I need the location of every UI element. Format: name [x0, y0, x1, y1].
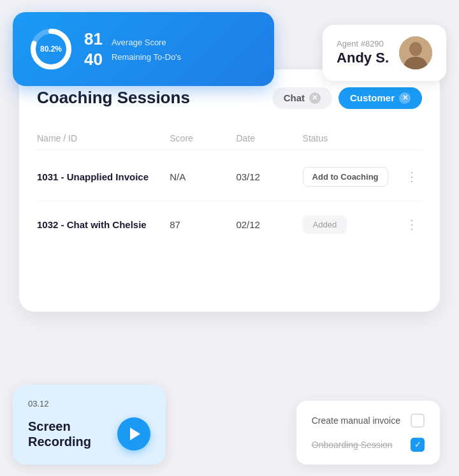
checkbox-label-1: Create manual invoice [312, 415, 400, 426]
score-number: 81 [84, 31, 103, 47]
todo-number: 40 [84, 51, 103, 68]
table-row: 1032 - Chat with Chelsie 87 02/12 Added … [37, 201, 422, 248]
todo-label: Remaining To-Do's [112, 53, 181, 61]
customer-filter-label: Customer [350, 92, 395, 103]
checkbox-label-2: Onboarding Session [312, 440, 393, 450]
screen-recording-card: 03.12 Screen Recording [13, 385, 166, 465]
row1-more-menu[interactable]: ⋮ [402, 169, 422, 184]
col-score: Score [170, 133, 236, 143]
donut-chart: 80.2% [28, 26, 74, 72]
card-header: Coaching Sessions Chat ✕ Customer ✕ [37, 87, 422, 109]
svg-point-3 [409, 42, 422, 56]
customer-filter-remove[interactable]: ✕ [399, 92, 411, 104]
recording-title: Screen Recording [28, 419, 91, 449]
screen-content: Screen Recording [28, 417, 150, 451]
play-icon [130, 428, 140, 440]
chat-filter-remove[interactable]: ✕ [309, 92, 321, 104]
chat-filter-tag[interactable]: Chat ✕ [272, 87, 332, 109]
col-name: Name / ID [37, 133, 170, 143]
filter-tags: Chat ✕ Customer ✕ [272, 87, 422, 109]
checkbox-row-2: Onboarding Session ✓ [312, 438, 425, 452]
row2-date: 02/12 [236, 219, 302, 230]
agent-id: Agent #8290 [337, 39, 389, 48]
customer-filter-tag[interactable]: Customer ✕ [339, 87, 422, 109]
row1-name: 1031 - Unapplied Invoice [37, 171, 170, 182]
avatar [399, 36, 432, 69]
row2-status: Added [303, 215, 402, 234]
col-date: Date [236, 133, 302, 143]
agent-info: Agent #8290 Andy S. [337, 39, 389, 66]
recording-date: 03.12 [28, 399, 150, 408]
table-header: Name / ID Score Date Status [37, 127, 422, 150]
recording-title-line1: Screen [28, 419, 71, 433]
recording-title-line2: Recording [28, 435, 91, 449]
table-row: 1031 - Unapplied Invoice N/A 03/12 Add t… [37, 153, 422, 201]
agent-name: Andy S. [337, 50, 389, 66]
add-to-coaching-button[interactable]: Add to Coaching [303, 167, 388, 187]
added-status-button: Added [303, 215, 347, 234]
row1-score: N/A [170, 171, 236, 182]
checkbox-input-1[interactable] [411, 414, 425, 428]
col-status: Status [303, 133, 402, 143]
score-label: Average Score [112, 38, 181, 47]
col-actions [402, 133, 422, 143]
row1-status: Add to Coaching [303, 167, 402, 187]
checkbox-card: Create manual invoice Onboarding Session… [296, 401, 440, 465]
coaching-sessions-card: Coaching Sessions Chat ✕ Customer ✕ Name… [19, 69, 440, 312]
chat-filter-label: Chat [284, 92, 305, 103]
donut-percentage: 80.2% [40, 45, 62, 54]
row2-score: 87 [170, 219, 236, 230]
row2-more-menu[interactable]: ⋮ [402, 217, 422, 232]
row2-name: 1032 - Chat with Chelsie [37, 219, 170, 230]
checkbox-row-1: Create manual invoice [312, 414, 425, 428]
card-title: Coaching Sessions [37, 88, 190, 108]
play-button[interactable] [117, 417, 150, 451]
agent-card: Agent #8290 Andy S. [323, 25, 446, 81]
checkbox-input-2[interactable]: ✓ [411, 438, 425, 452]
stats-card: 80.2% 81 40 Average Score Remaining To-D… [13, 12, 274, 86]
stats-numbers: 81 40 Average Score Remaining To-Do's [84, 31, 181, 68]
row1-date: 03/12 [236, 171, 302, 182]
